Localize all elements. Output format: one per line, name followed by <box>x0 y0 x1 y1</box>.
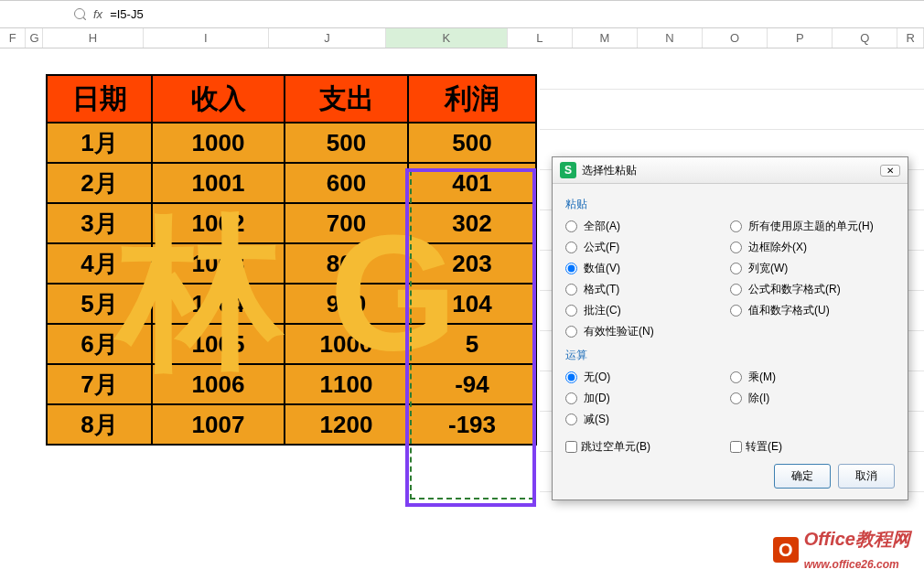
col-header-G[interactable]: G <box>26 28 43 48</box>
table-row: 3月1002700302 <box>47 203 536 243</box>
radio-colwidth[interactable]: 列宽(W) <box>730 261 895 276</box>
col-header-J[interactable]: J <box>269 28 386 48</box>
table-row: 5月1004900104 <box>47 284 536 324</box>
site-watermark: O Office教程网 www.office26.com <box>773 527 910 573</box>
radio-theme[interactable]: 所有使用原主题的单元(H) <box>730 219 895 234</box>
op-group-label: 运算 <box>565 348 895 363</box>
header-expense[interactable]: 支出 <box>285 75 408 123</box>
table-row: 4月1003800203 <box>47 243 536 284</box>
col-header-F[interactable]: F <box>0 28 26 48</box>
header-profit[interactable]: 利润 <box>408 75 536 123</box>
svg-point-0 <box>75 8 85 18</box>
table-row: 2月1001600401 <box>47 163 536 203</box>
dialog-titlebar[interactable]: S 选择性粘贴 ✕ <box>553 157 908 184</box>
col-header-Q[interactable]: Q <box>833 28 897 48</box>
col-header-H[interactable]: H <box>43 28 143 48</box>
radio-valnum[interactable]: 值和数字格式(U) <box>730 303 895 318</box>
table-row: 8月10071200-193 <box>47 404 536 445</box>
header-date[interactable]: 日期 <box>47 75 152 123</box>
insert-fn-icon[interactable] <box>73 7 86 22</box>
radio-op-none[interactable]: 无(O) <box>565 370 730 385</box>
radio-comments[interactable]: 批注(C) <box>565 303 730 318</box>
col-header-I[interactable]: I <box>144 28 269 48</box>
radio-op-mul[interactable]: 乘(M) <box>730 370 895 385</box>
ok-button[interactable]: 确定 <box>774 464 831 489</box>
svg-line-1 <box>83 17 86 20</box>
office-icon: O <box>773 537 799 563</box>
col-header-R[interactable]: R <box>897 28 923 48</box>
radio-values[interactable]: 数值(V) <box>565 261 730 276</box>
formula-bar: fx <box>0 1 924 28</box>
radio-formnum[interactable]: 公式和数字格式(R) <box>730 282 895 297</box>
fx-label[interactable]: fx <box>93 7 102 21</box>
close-button[interactable]: ✕ <box>880 165 900 177</box>
paste-group-label: 粘贴 <box>565 197 895 212</box>
radio-formulas[interactable]: 公式(F) <box>565 240 730 255</box>
check-skip-blanks[interactable]: 跳过空单元(B) <box>565 439 730 455</box>
radio-op-add[interactable]: 加(D) <box>565 391 730 406</box>
wps-icon: S <box>560 162 576 178</box>
check-transpose[interactable]: 转置(E) <box>730 439 895 455</box>
col-header-O[interactable]: O <box>703 28 768 48</box>
radio-formats[interactable]: 格式(T) <box>565 282 730 297</box>
watermark-url: www.office26.com <box>804 558 899 571</box>
col-header-N[interactable]: N <box>638 28 703 48</box>
table-row: 6月100510005 <box>47 324 536 364</box>
data-table: 日期 收入 支出 利润 1月1000500500 2月1001600401 3月… <box>46 74 537 446</box>
radio-op-sub[interactable]: 减(S) <box>565 412 730 427</box>
watermark-title: Office教程网 <box>804 529 910 549</box>
formula-input[interactable] <box>110 7 924 21</box>
paste-special-dialog: S 选择性粘贴 ✕ 粘贴 全部(A) 所有使用原主题的单元(H) 公式(F) 边… <box>552 156 908 500</box>
column-headers: F G H I J K L M N O P Q R <box>0 28 924 48</box>
dialog-title: 选择性粘贴 <box>582 163 637 178</box>
radio-all[interactable]: 全部(A) <box>565 219 730 234</box>
header-income[interactable]: 收入 <box>152 75 285 123</box>
col-header-K[interactable]: K <box>386 28 508 48</box>
cancel-button[interactable]: 取消 <box>838 464 895 489</box>
table-row: 7月10061100-94 <box>47 364 536 404</box>
table-row: 1月1000500500 <box>47 123 536 163</box>
col-header-M[interactable]: M <box>573 28 638 48</box>
col-header-P[interactable]: P <box>768 28 833 48</box>
radio-noborder[interactable]: 边框除外(X) <box>730 240 895 255</box>
col-header-L[interactable]: L <box>508 28 573 48</box>
radio-op-div[interactable]: 除(I) <box>730 391 895 406</box>
radio-validation[interactable]: 有效性验证(N) <box>565 324 730 339</box>
